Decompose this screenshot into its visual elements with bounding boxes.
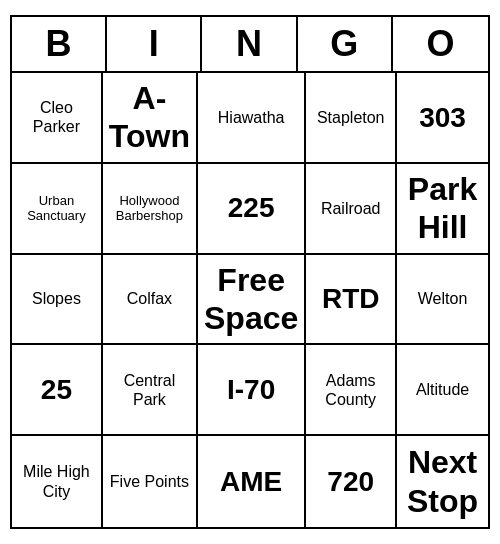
cell-text-22: AME — [220, 465, 282, 499]
bingo-cell-18: Adams County — [306, 345, 397, 436]
cell-text-6: Hollywood Barbershop — [109, 193, 190, 224]
cell-text-19: Altitude — [416, 380, 469, 399]
header-letter-I: I — [107, 17, 202, 71]
cell-text-11: Colfax — [127, 289, 172, 308]
header-letter-N: N — [202, 17, 297, 71]
cell-text-17: I-70 — [227, 373, 275, 407]
bingo-cell-15: 25 — [12, 345, 103, 436]
cell-text-0: Cleo Parker — [18, 98, 95, 136]
cell-text-20: Mile High City — [18, 462, 95, 500]
bingo-cell-16: Central Park — [103, 345, 198, 436]
cell-text-18: Adams County — [312, 371, 389, 409]
bingo-header: BINGO — [12, 17, 488, 73]
cell-text-1: A-Town — [109, 79, 190, 156]
bingo-cell-1: A-Town — [103, 73, 198, 164]
cell-text-24: Next Stop — [403, 443, 482, 520]
bingo-cell-0: Cleo Parker — [12, 73, 103, 164]
cell-text-13: RTD — [322, 282, 380, 316]
cell-text-12: Free Space — [204, 261, 298, 338]
cell-text-8: Railroad — [321, 199, 381, 218]
bingo-grid: Cleo ParkerA-TownHiawathaStapleton303Urb… — [12, 73, 488, 527]
bingo-card: BINGO Cleo ParkerA-TownHiawathaStapleton… — [10, 15, 490, 529]
cell-text-7: 225 — [228, 191, 275, 225]
cell-text-16: Central Park — [109, 371, 190, 409]
cell-text-4: 303 — [419, 101, 466, 135]
header-letter-B: B — [12, 17, 107, 71]
bingo-cell-4: 303 — [397, 73, 488, 164]
bingo-cell-3: Stapleton — [306, 73, 397, 164]
cell-text-10: Slopes — [32, 289, 81, 308]
cell-text-14: Welton — [418, 289, 468, 308]
bingo-cell-6: Hollywood Barbershop — [103, 164, 198, 255]
cell-text-23: 720 — [327, 465, 374, 499]
bingo-cell-13: RTD — [306, 255, 397, 346]
cell-text-2: Hiawatha — [218, 108, 285, 127]
bingo-cell-5: Urban Sanctuary — [12, 164, 103, 255]
bingo-cell-21: Five Points — [103, 436, 198, 527]
cell-text-3: Stapleton — [317, 108, 385, 127]
cell-text-15: 25 — [41, 373, 72, 407]
bingo-cell-11: Colfax — [103, 255, 198, 346]
bingo-cell-23: 720 — [306, 436, 397, 527]
bingo-cell-24: Next Stop — [397, 436, 488, 527]
cell-text-5: Urban Sanctuary — [18, 193, 95, 224]
bingo-cell-12: Free Space — [198, 255, 306, 346]
bingo-cell-17: I-70 — [198, 345, 306, 436]
bingo-cell-8: Railroad — [306, 164, 397, 255]
bingo-cell-20: Mile High City — [12, 436, 103, 527]
header-letter-O: O — [393, 17, 488, 71]
bingo-cell-19: Altitude — [397, 345, 488, 436]
bingo-cell-14: Welton — [397, 255, 488, 346]
bingo-cell-9: Park Hill — [397, 164, 488, 255]
bingo-cell-22: AME — [198, 436, 306, 527]
header-letter-G: G — [298, 17, 393, 71]
cell-text-9: Park Hill — [403, 170, 482, 247]
bingo-cell-10: Slopes — [12, 255, 103, 346]
bingo-cell-7: 225 — [198, 164, 306, 255]
bingo-cell-2: Hiawatha — [198, 73, 306, 164]
cell-text-21: Five Points — [110, 472, 189, 491]
